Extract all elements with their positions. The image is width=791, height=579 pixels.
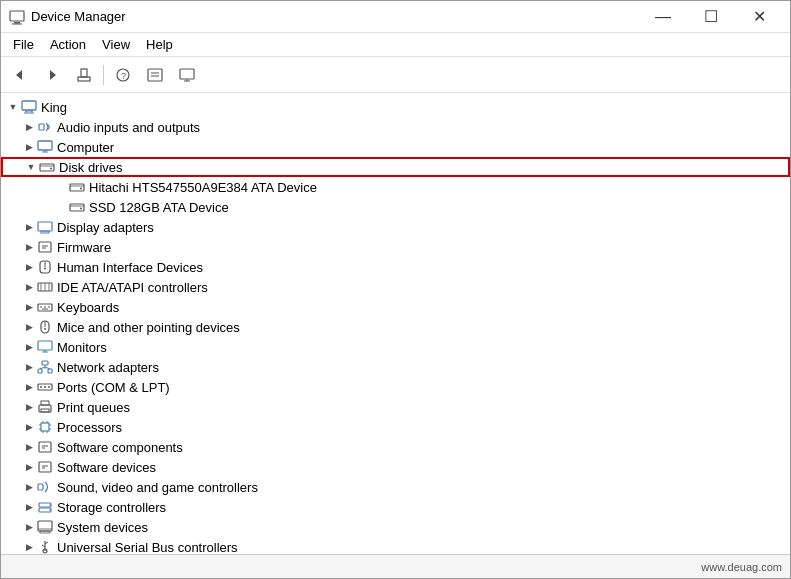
svg-point-52 <box>44 328 46 330</box>
maximize-button[interactable]: ☐ <box>688 3 734 31</box>
softwaredev-icon <box>37 459 53 475</box>
monitor-icon <box>179 67 195 83</box>
svg-rect-15 <box>22 101 36 110</box>
tree-item-monitors[interactable]: ▶ Monitors <box>1 337 790 357</box>
up-button[interactable] <box>69 61 99 89</box>
storage-icon <box>37 499 53 515</box>
firmware-label: Firmware <box>57 240 111 255</box>
tree-item-mice[interactable]: ▶ Mice and other pointing devices <box>1 317 790 337</box>
hitachi-label: Hitachi HTS547550A9E384 ATA Device <box>89 180 317 195</box>
svg-rect-57 <box>38 369 42 373</box>
tree-item-hid[interactable]: ▶ Human Interface Devices <box>1 257 790 277</box>
monitor-node-icon <box>37 339 53 355</box>
audio-expand-icon[interactable]: ▶ <box>21 119 37 135</box>
usb-expand-icon[interactable]: ▶ <box>21 539 37 554</box>
svg-rect-91 <box>40 531 50 533</box>
display-expand-icon[interactable]: ▶ <box>21 219 37 235</box>
tree-item-ide[interactable]: ▶ IDE ATA/ATAPI controllers <box>1 277 790 297</box>
diskdrives-expand-icon[interactable]: ▼ <box>23 159 39 175</box>
system-label: System devices <box>57 520 148 535</box>
storage-expand-icon[interactable]: ▶ <box>21 499 37 515</box>
svg-rect-12 <box>180 69 194 79</box>
ports-expand-icon[interactable]: ▶ <box>21 379 37 395</box>
device-tree[interactable]: ▼ King ▶ <box>1 93 790 554</box>
monitor-button[interactable] <box>172 61 202 89</box>
minimize-button[interactable]: — <box>640 3 686 31</box>
tree-item-system[interactable]: ▶ System devices <box>1 517 790 537</box>
sound-label: Sound, video and game controllers <box>57 480 258 495</box>
back-button[interactable] <box>5 61 35 89</box>
toolbar: ? <box>1 57 790 93</box>
tree-item-hitachi[interactable]: ▶ Hitachi HTS547550A9E384 ATA Device <box>1 177 790 197</box>
tree-item-network[interactable]: ▶ Network adapters <box>1 357 790 377</box>
close-button[interactable]: ✕ <box>736 3 782 31</box>
svg-rect-20 <box>39 124 44 130</box>
toolbar-separator-1 <box>103 65 104 85</box>
tree-item-sound[interactable]: ▶ Sound, video and game controllers <box>1 477 790 497</box>
menu-file[interactable]: File <box>5 35 42 54</box>
status-text: www.deuag.com <box>701 561 782 573</box>
mice-expand-icon[interactable]: ▶ <box>21 319 37 335</box>
tree-item-software[interactable]: ▶ Software components <box>1 437 790 457</box>
svg-point-88 <box>49 509 51 511</box>
sound-expand-icon[interactable]: ▶ <box>21 479 37 495</box>
system-expand-icon[interactable]: ▶ <box>21 519 37 535</box>
tree-item-print[interactable]: ▶ Print queues <box>1 397 790 417</box>
tree-item-processors[interactable]: ▶ Processors <box>1 417 790 437</box>
svg-point-63 <box>40 386 42 388</box>
hid-expand-icon[interactable]: ▶ <box>21 259 37 275</box>
tree-item-computer[interactable]: ▶ Computer <box>1 137 790 157</box>
network-expand-icon[interactable]: ▶ <box>21 359 37 375</box>
ssd-label: SSD 128GB ATA Device <box>89 200 229 215</box>
sound-icon <box>37 479 53 495</box>
processor-icon <box>37 419 53 435</box>
hid-label: Human Interface Devices <box>57 260 203 275</box>
help-button[interactable]: ? <box>108 61 138 89</box>
firmware-expand-icon[interactable]: ▶ <box>21 239 37 255</box>
tree-item-firmware[interactable]: ▶ Firmware <box>1 237 790 257</box>
software-expand-icon[interactable]: ▶ <box>21 439 37 455</box>
svg-rect-68 <box>41 409 49 412</box>
firmware-icon <box>37 239 53 255</box>
svg-point-40 <box>44 268 46 270</box>
tree-item-ssd[interactable]: ▶ SSD 128GB ATA Device <box>1 197 790 217</box>
print-label: Print queues <box>57 400 130 415</box>
computer-expand-icon[interactable]: ▶ <box>21 139 37 155</box>
forward-button[interactable] <box>37 61 67 89</box>
processors-expand-icon[interactable]: ▶ <box>21 419 37 435</box>
monitors-label: Monitors <box>57 340 107 355</box>
svg-rect-27 <box>70 184 84 191</box>
tree-root[interactable]: ▼ King <box>1 97 790 117</box>
tree-item-keyboards[interactable]: ▶ Keyboards <box>1 297 790 317</box>
usb-icon <box>37 539 53 554</box>
properties-button[interactable] <box>140 61 170 89</box>
svg-rect-24 <box>40 164 54 171</box>
svg-point-87 <box>49 504 51 506</box>
svg-line-60 <box>40 367 45 369</box>
up-icon <box>76 67 92 83</box>
svg-rect-84 <box>38 484 43 490</box>
tree-item-audio[interactable]: ▶ Audio inputs and outputs <box>1 117 790 137</box>
monitors-expand-icon[interactable]: ▶ <box>21 339 37 355</box>
audio-icon <box>37 119 53 135</box>
root-expand-icon[interactable]: ▼ <box>5 99 21 115</box>
softwaredev-expand-icon[interactable]: ▶ <box>21 459 37 475</box>
svg-rect-5 <box>81 69 87 77</box>
ide-expand-icon[interactable]: ▶ <box>21 279 37 295</box>
ide-icon <box>37 279 53 295</box>
keyboards-expand-icon[interactable]: ▶ <box>21 299 37 315</box>
tree-item-softwaredev[interactable]: ▶ Software devices <box>1 457 790 477</box>
keyboard-icon <box>37 299 53 315</box>
tree-item-display[interactable]: ▶ Display adapters <box>1 217 790 237</box>
tree-item-usb[interactable]: ▶ Universal Serial Bus controllers <box>1 537 790 554</box>
tree-item-diskdrives[interactable]: ▼ Disk drives <box>1 157 790 177</box>
menu-help[interactable]: Help <box>138 35 181 54</box>
tree-item-storage[interactable]: ▶ Storage controllers <box>1 497 790 517</box>
tree-item-ports[interactable]: ▶ Ports (COM & LPT) <box>1 377 790 397</box>
print-expand-icon[interactable]: ▶ <box>21 399 37 415</box>
menu-view[interactable]: View <box>94 35 138 54</box>
menu-action[interactable]: Action <box>42 35 94 54</box>
display-adapter-icon <box>37 219 53 235</box>
device-manager-window: Device Manager — ☐ ✕ File Action View He… <box>0 0 791 579</box>
audio-label: Audio inputs and outputs <box>57 120 200 135</box>
